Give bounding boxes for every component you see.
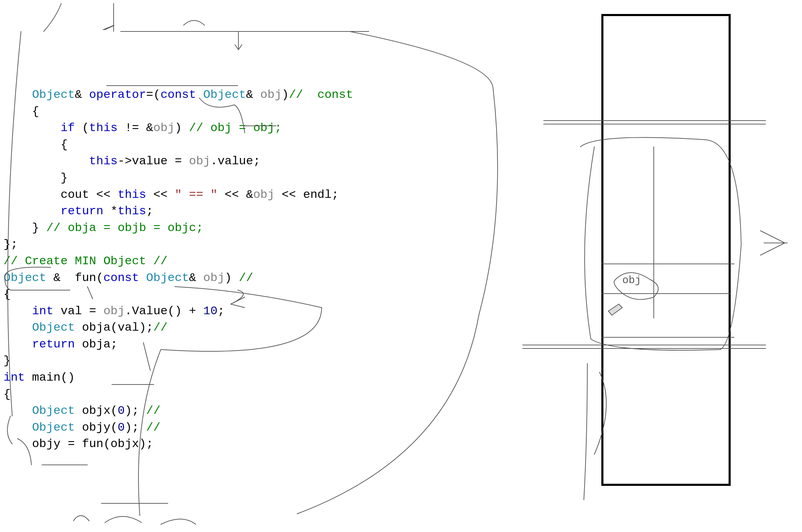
code-line: if (this != &obj) // obj = obj; [3, 121, 282, 135]
code-line: { [3, 105, 39, 118]
code-line: Object& operator=(const Object& obj)// c… [3, 88, 360, 101]
code-line: Object objy(0); // [3, 421, 160, 434]
code-line: { [3, 288, 10, 301]
diagram-box [601, 14, 731, 486]
code-line: { [3, 138, 68, 151]
code-line: Object obja(val);// [3, 321, 167, 334]
code-line: Object objx(0); // [3, 404, 160, 417]
code-line: int val = obj.Value() + 10; [3, 304, 225, 318]
code-line: cout << this << " == " << &obj << endl; [3, 188, 339, 201]
code-line: int main() [3, 371, 75, 384]
code-line: }; [3, 238, 18, 251]
code-line: // Create MIN Object // [3, 254, 167, 268]
code-line: } [3, 354, 10, 367]
code-line: } [3, 171, 68, 185]
code-line: } // obja = objb = objc; [3, 221, 203, 235]
code-line: objy = fun(objx); [3, 437, 153, 451]
code-line: return obja; [3, 338, 117, 351]
code-line: Object & fun(const Object& obj) // [3, 271, 260, 285]
code-line: return *this; [3, 204, 153, 218]
code-line: { [3, 388, 10, 401]
code-line: this->value = obj.value; [3, 154, 260, 168]
